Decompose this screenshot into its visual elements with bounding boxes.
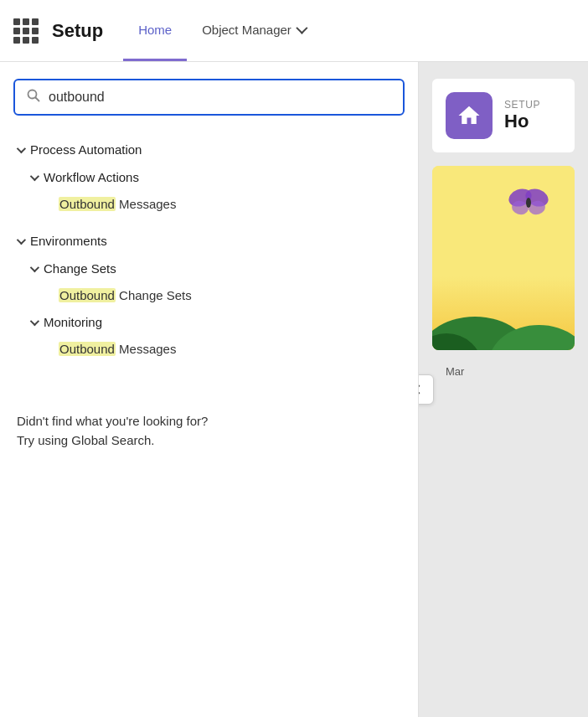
highlight-outbound-1: Outbound [59,197,116,211]
section-process-automation: Process Automation Workflow Actions Outb… [0,136,418,217]
subsection-change-sets-label: Change Sets [44,261,116,276]
subsection-workflow-actions-header[interactable]: Workflow Actions [13,163,418,191]
highlight-outbound-3: Outbound [59,342,116,356]
home-icon-box [446,92,493,139]
home-icon [456,103,482,128]
main-layout: Process Automation Workflow Actions Outb… [0,62,588,717]
item-rest-3: Messages [119,342,176,356]
search-icon [27,89,40,106]
subsection-change-sets-header[interactable]: Change Sets [13,255,418,282]
sidebar: Process Automation Workflow Actions Outb… [0,62,419,717]
search-box[interactable] [13,79,405,116]
home-title: Ho [504,111,540,132]
topbar-nav: Home Object Manager [123,0,320,61]
svg-point-6 [526,198,531,208]
chevron-left-icon [419,384,424,394]
nav-item-object-manager[interactable]: Object Manager [187,0,320,61]
section-environments-label: Environments [30,234,107,248]
setup-home-text: SETUP Ho [504,99,540,132]
chevron-icon [30,262,39,271]
sky-background [432,166,575,350]
chevron-down-icon [296,23,307,34]
illustration-card [432,166,575,350]
tree-item-outbound-messages-1[interactable]: Outbound Messages [13,191,418,217]
chevron-icon [17,143,26,152]
tree-item-outbound-change-sets[interactable]: Outbound Change Sets [13,282,418,308]
search-container [0,62,418,129]
hills-illustration [432,283,575,350]
nav-item-home[interactable]: Home [123,0,187,61]
section-environments-header[interactable]: Environments [0,227,418,255]
topbar: Setup Home Object Manager [0,0,588,62]
section-process-automation-label: Process Automation [30,142,142,157]
setup-home-header: SETUP Ho [432,79,575,152]
setup-label: SETUP [504,99,540,111]
chevron-icon [30,316,39,325]
section-process-automation-header[interactable]: Process Automation [0,136,418,163]
section-environments: Environments Change Sets Outbound Change… [0,227,418,362]
subsection-workflow-actions: Workflow Actions Outbound Messages [0,163,418,217]
tree-nav: Process Automation Workflow Actions Outb… [0,129,418,389]
manage-label: Mar [432,364,575,379]
chevron-icon [30,171,39,180]
right-panel-content: SETUP Ho [419,62,588,395]
subsection-monitoring: Monitoring Outbound Messages [0,308,418,362]
item-rest-2: Change Sets [119,288,192,302]
right-panel: SETUP Ho [419,62,588,717]
item-rest-1: Messages [119,197,176,211]
apps-grid-icon[interactable] [13,18,39,44]
search-input[interactable] [49,90,391,105]
chevron-icon [17,235,26,244]
subsection-monitoring-label: Monitoring [44,315,102,329]
butterfly-icon [508,183,549,224]
tree-item-outbound-messages-2[interactable]: Outbound Messages [13,336,418,362]
collapse-sidebar-button[interactable] [419,374,434,405]
subsection-change-sets: Change Sets Outbound Change Sets [0,255,418,308]
highlight-outbound-2: Outbound [59,288,116,302]
subsection-workflow-actions-label: Workflow Actions [44,170,139,184]
subsection-monitoring-header[interactable]: Monitoring [13,308,418,336]
not-found-message: Didn't find what you're looking for?Try … [0,389,418,467]
svg-line-1 [36,98,39,101]
app-title: Setup [52,20,103,42]
